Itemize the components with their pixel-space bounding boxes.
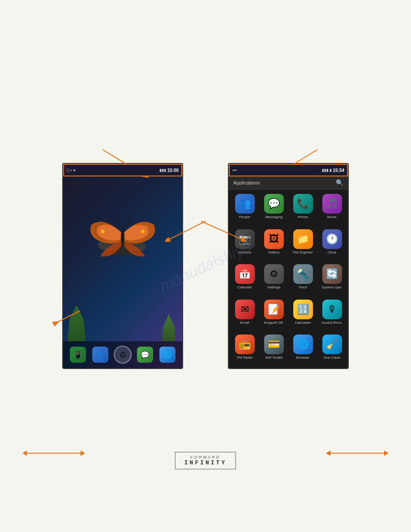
brand-infinity: INFINITY <box>184 459 227 466</box>
app-label-system-upd.: System Upd. <box>322 286 342 290</box>
app-icon-sound-reco.: 🎙 <box>322 300 342 319</box>
svg-point-9 <box>141 230 145 233</box>
app-icon-camera: 📷 <box>235 229 255 249</box>
app-label-camera: Camera <box>238 251 251 255</box>
app-icon-calendar: 📅 <box>235 264 255 284</box>
app-item-kingsoft-off.[interactable]: 📝Kingsoft Off. <box>260 297 288 331</box>
right-horiz-arrow <box>326 450 389 456</box>
app-icon-system-upd.: 🔄 <box>322 264 342 284</box>
signal-bars-left: ▮▮▮ <box>159 168 166 172</box>
app-item-torch[interactable]: 🔦Torch <box>289 262 317 296</box>
svg-point-6 <box>115 219 117 221</box>
left-time: 15:00 <box>167 168 179 173</box>
app-item-calendar[interactable]: 📅Calendar <box>231 262 259 296</box>
app-label-messaging: Messaging <box>265 215 283 219</box>
app-icon-gallery: 🖼 <box>264 229 284 249</box>
svg-line-5 <box>123 220 129 229</box>
app-label-sound-reco.: Sound Reco. <box>321 321 342 325</box>
app-icon-one-clean: 🧹 <box>322 335 342 354</box>
brand-forward: FORWARD <box>184 455 227 459</box>
dock-icon-browser[interactable]: 🌐 <box>158 346 176 364</box>
right-wifi-icon: ▪▪▪ <box>232 168 237 172</box>
right-phone-wrapper: ▪▪▪ ▮▮▮ ▮ 15:54 Applications 🔍 👥Pe <box>228 163 349 369</box>
app-item-email[interactable]: ✉Email <box>231 297 259 331</box>
app-label-one-clean: One Clean <box>323 356 340 360</box>
left-phone-wrapper: ⍂ ▪ ● ▮▮▮ 15:00 <box>62 163 183 369</box>
app-label-browser: Browser <box>296 356 309 360</box>
app-icon-browser: 🌐 <box>293 335 313 354</box>
app-item-music[interactable]: 🎵Music <box>318 191 346 226</box>
svg-point-3 <box>121 229 124 245</box>
app-label-settings: Settings <box>267 286 280 290</box>
app-item-phone[interactable]: 📞Phone <box>289 191 317 226</box>
butterfly-image <box>87 207 158 261</box>
right-arrow-line <box>330 453 384 454</box>
right-arrow-head-left <box>326 450 330 456</box>
homescreen-background: 📱 👤 ⊙ 💬 🌐 <box>63 176 182 368</box>
app-label-calendar: Calendar <box>237 286 252 290</box>
right-status-icons: ▪▪▪ <box>232 168 237 172</box>
app-item-one-clean[interactable]: 🧹One Clean <box>318 332 346 366</box>
app-icon-sim-toolkit: 💳 <box>264 335 284 354</box>
app-item-calculator[interactable]: 🔢Calculator <box>289 297 317 331</box>
app-item-file-explorer[interactable]: 📁File Explorer <box>289 227 317 261</box>
app-item-people[interactable]: 👥People <box>231 191 259 226</box>
sim-icon: ▪ <box>70 168 72 172</box>
app-item-clock[interactable]: 🕐Clock <box>318 227 346 261</box>
page-container: manudalshiye ⍂ ▪ ● ▮▮▮ 15:00 <box>0 0 411 532</box>
app-item-fm-radio[interactable]: 📻FM Radio <box>231 332 259 366</box>
dock-icon-messaging[interactable]: 💬 <box>136 346 154 364</box>
app-label-fm-radio: FM Radio <box>237 356 253 360</box>
app-label-sim-toolkit: SIM Toolkit <box>265 356 283 360</box>
app-drawer-title: Applications <box>233 180 260 185</box>
app-label-kingsoft-off.: Kingsoft Off. <box>264 321 284 325</box>
brand-label: FORWARD INFINITY <box>175 452 236 469</box>
right-signal-icon: ▮▮▮ <box>322 168 329 172</box>
app-icon-email: ✉ <box>235 300 255 319</box>
app-item-settings[interactable]: ⚙Settings <box>260 262 288 296</box>
app-item-messaging[interactable]: 💬Messaging <box>260 191 288 226</box>
signal-icon: ● <box>73 168 75 172</box>
app-label-file-explorer: File Explorer <box>293 251 313 255</box>
app-drawer-header: Applications 🔍 <box>229 176 348 189</box>
app-icon-torch: 🔦 <box>293 264 313 284</box>
app-item-sound-reco.[interactable]: 🎙Sound Reco. <box>318 297 346 331</box>
dock-icon-app[interactable]: 📱 <box>69 346 87 364</box>
app-item-gallery[interactable]: 🖼Gallery <box>260 227 288 261</box>
svg-point-11 <box>137 225 140 227</box>
app-label-calculator: Calculator <box>295 321 311 325</box>
left-arrow-line <box>27 453 81 454</box>
search-button[interactable]: 🔍 <box>336 179 343 186</box>
app-icon-kingsoft-off.: 📝 <box>264 300 284 319</box>
left-arrow-head-left <box>22 450 27 456</box>
app-icon-messaging: 💬 <box>264 194 284 214</box>
right-arrow-head-right <box>384 450 389 456</box>
left-arrow-head-right <box>81 450 85 456</box>
dock-icon-home[interactable]: ⊙ <box>114 346 132 364</box>
right-status-right: ▮▮▮ ▮ 15:54 <box>322 168 344 173</box>
app-label-music: Music <box>327 215 337 219</box>
app-label-clock: Clock <box>327 251 336 255</box>
app-drawer: Applications 🔍 👥People💬Messaging📞Phone🎵M… <box>229 176 348 368</box>
wifi-icon: ⍂ <box>67 168 69 172</box>
app-label-gallery: Gallery <box>268 251 279 255</box>
dock-icon-contacts[interactable]: 👤 <box>91 346 109 364</box>
dock-bar: 📱 👤 ⊙ 💬 🌐 <box>63 341 182 368</box>
right-time: 15:54 <box>333 168 344 173</box>
app-label-people: People <box>239 215 250 219</box>
app-icon-music: 🎵 <box>322 194 342 214</box>
svg-point-8 <box>101 230 104 233</box>
left-horiz-arrow <box>22 450 85 456</box>
right-phone-screen: ▪▪▪ ▮▮▮ ▮ 15:54 Applications 🔍 👥Pe <box>228 163 349 369</box>
right-status-bar: ▪▪▪ ▮▮▮ ▮ 15:54 <box>229 164 348 176</box>
app-item-system-upd.[interactable]: 🔄System Upd. <box>318 262 346 296</box>
app-item-camera[interactable]: 📷Camera <box>231 227 259 261</box>
svg-point-7 <box>128 219 130 221</box>
app-item-browser[interactable]: 🌐Browser <box>289 332 317 366</box>
apps-grid: 👥People💬Messaging📞Phone🎵Music📷Camera🖼Gal… <box>229 189 348 368</box>
app-icon-fm-radio: 📻 <box>235 335 255 354</box>
battery-icon: ▮ <box>330 168 332 172</box>
app-item-sim-toolkit[interactable]: 💳SIM Toolkit <box>260 332 288 366</box>
app-label-phone: Phone <box>298 215 308 219</box>
phones-wrapper: ⍂ ▪ ● ▮▮▮ 15:00 <box>62 163 349 369</box>
